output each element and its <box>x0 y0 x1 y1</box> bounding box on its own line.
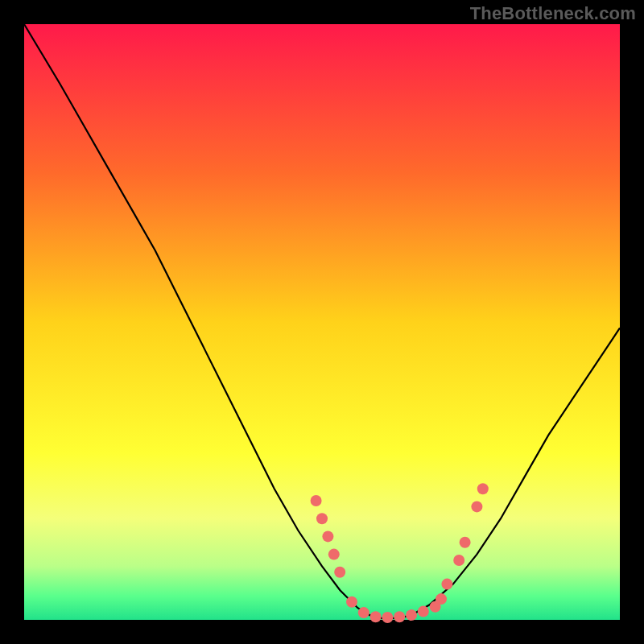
marker-point <box>334 567 345 578</box>
marker-point <box>471 501 482 512</box>
marker-point <box>382 612 393 623</box>
marker-point <box>477 483 489 494</box>
marker-point <box>370 611 382 622</box>
marker-point <box>311 495 322 506</box>
gradient-background <box>24 24 620 620</box>
marker-point <box>328 549 340 560</box>
marker-point <box>436 593 447 605</box>
marker-point <box>358 607 369 618</box>
marker-point <box>316 513 328 524</box>
chart-container: { "watermark": "TheBottleneck.com", "cha… <box>0 0 644 644</box>
marker-point <box>346 597 357 608</box>
marker-point <box>406 609 417 621</box>
marker-point <box>322 530 333 542</box>
marker-point <box>460 537 471 548</box>
marker-point <box>453 555 464 566</box>
marker-point <box>441 579 452 590</box>
bottleneck-chart <box>0 0 644 644</box>
marker-point <box>394 611 405 622</box>
marker-point <box>418 606 429 617</box>
watermark-text: TheBottleneck.com <box>470 3 636 24</box>
